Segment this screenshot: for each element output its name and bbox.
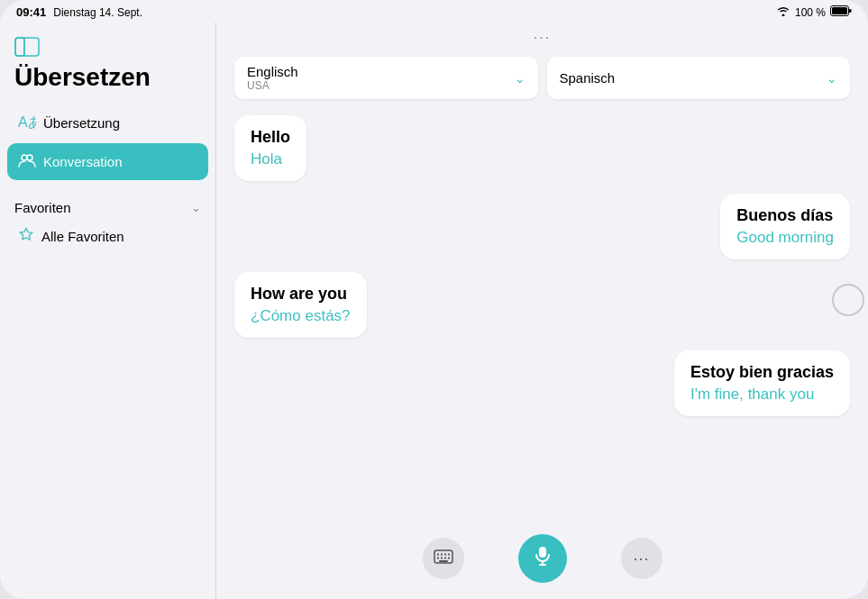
source-lang-region: USA	[247, 79, 298, 92]
translate-icon: Aあ	[18, 113, 36, 133]
app-container: Übersetzen Aあ Übersetzung	[0, 23, 868, 599]
svg-point-8	[22, 155, 27, 160]
sidebar-item-translation-label: Übersetzung	[43, 115, 120, 131]
microphone-icon	[532, 545, 553, 572]
main-content: ··· Englisch USA ⌄ Spanisch ⌄	[216, 23, 868, 599]
favorites-header[interactable]: Favoriten ⌄	[14, 195, 201, 221]
svg-rect-18	[448, 557, 450, 558]
more-options-button[interactable]: ···	[621, 538, 662, 579]
message-2-translation: Good morning	[736, 229, 834, 247]
sidebar-item-conversation-label: Konversation	[43, 154, 123, 169]
source-language-selector[interactable]: Englisch USA ⌄	[234, 57, 538, 99]
sidebar-item-translation[interactable]: Aあ Übersetzung	[7, 104, 208, 141]
svg-rect-1	[832, 7, 847, 14]
message-bubble-4[interactable]: Estoy bien gracias I'm fine, thank you	[674, 350, 850, 416]
svg-rect-4	[15, 38, 24, 56]
svg-point-9	[27, 155, 32, 160]
source-lang-name: Englisch	[247, 64, 298, 79]
sidebar-favorites-section: Favoriten ⌄ Alle Favoriten	[0, 191, 215, 256]
svg-rect-5	[15, 38, 39, 56]
svg-rect-20	[539, 547, 546, 558]
message-3-translation: ¿Cómo estás?	[251, 307, 351, 325]
svg-rect-16	[441, 557, 443, 558]
target-language-selector[interactable]: Spanisch ⌄	[547, 57, 851, 99]
status-date: Dienstag 14. Sept.	[53, 6, 142, 19]
keyboard-button[interactable]	[423, 538, 464, 579]
sidebar: Übersetzen Aあ Übersetzung	[0, 23, 216, 599]
sidebar-header: Übersetzen	[0, 32, 215, 101]
message-bubble-3[interactable]: How are you ¿Cómo estás?	[234, 272, 367, 338]
device-frame: 09:41 Dienstag 14. Sept. 100 %	[0, 0, 868, 599]
message-4-translation: I'm fine, thank you	[690, 386, 834, 404]
star-icon	[18, 227, 34, 246]
top-dots: ···	[216, 23, 868, 50]
message-bubble-2[interactable]: Buenos días Good morning	[720, 194, 850, 259]
battery-icon	[830, 5, 852, 19]
status-bar: 09:41 Dienstag 14. Sept. 100 %	[0, 0, 868, 23]
svg-rect-12	[441, 553, 443, 555]
all-favorites-label: Alle Favoriten	[41, 229, 124, 244]
language-bar: Englisch USA ⌄ Spanisch ⌄	[216, 50, 868, 106]
message-bubble-1[interactable]: Hello Hola	[234, 115, 306, 181]
home-button[interactable]	[832, 284, 864, 316]
favorites-title: Favoriten	[14, 200, 71, 215]
svg-rect-14	[448, 553, 450, 555]
svg-rect-15	[437, 557, 439, 558]
wifi-icon	[776, 5, 790, 19]
target-lang-chevron-icon: ⌄	[827, 71, 837, 86]
sidebar-item-conversation[interactable]: Konversation	[7, 143, 208, 180]
message-1-translation: Hola	[251, 150, 290, 168]
microphone-button[interactable]	[518, 534, 567, 583]
svg-rect-19	[439, 560, 448, 562]
status-time: 09:41	[16, 5, 46, 19]
people-icon	[18, 151, 36, 172]
battery-level: 100 %	[795, 6, 826, 19]
svg-rect-13	[444, 553, 446, 555]
conversation-area: Hello Hola Buenos días Good morning How …	[216, 106, 868, 525]
svg-text:Aあ: Aあ	[18, 114, 36, 130]
message-3-original: How are you	[251, 285, 351, 304]
sidebar-title: Übersetzen	[14, 64, 201, 92]
svg-rect-3	[14, 37, 40, 57]
sidebar-toggle-button[interactable]	[14, 37, 40, 57]
favorites-chevron-icon: ⌄	[191, 201, 201, 214]
source-lang-chevron-icon: ⌄	[515, 71, 525, 86]
message-2-original: Buenos días	[736, 206, 834, 225]
all-favorites-item[interactable]: Alle Favoriten	[14, 221, 201, 252]
sidebar-nav: Aあ Übersetzung Konver	[0, 101, 215, 186]
message-1-original: Hello	[251, 128, 290, 147]
bottom-bar: ···	[216, 525, 868, 599]
svg-rect-11	[437, 553, 439, 555]
svg-rect-2	[849, 9, 852, 13]
target-lang-name: Spanisch	[560, 70, 616, 86]
more-icon: ···	[633, 549, 649, 568]
keyboard-icon	[434, 549, 453, 568]
message-4-original: Estoy bien gracias	[690, 363, 834, 382]
svg-rect-17	[444, 557, 446, 558]
